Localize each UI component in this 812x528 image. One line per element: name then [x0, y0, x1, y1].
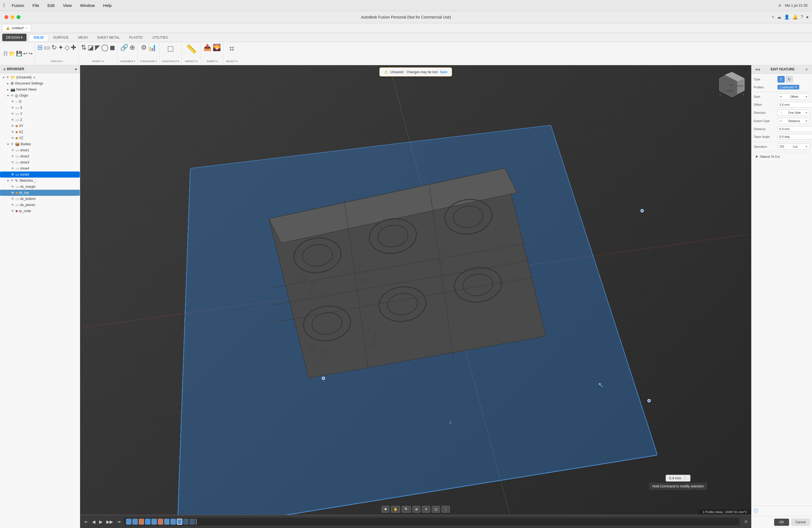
tree-item-ds-margin[interactable]: 👁 ▭ ds_margin	[0, 184, 80, 190]
save-button[interactable]: Save	[440, 70, 447, 74]
as-built-icon[interactable]: ⊕	[130, 44, 135, 52]
start-select[interactable]: ↭ Offset ▼	[778, 93, 810, 100]
joint-icon[interactable]: 🔗	[120, 44, 128, 52]
tab-sheet-metal[interactable]: SHEET METAL	[92, 34, 125, 41]
visibility-icon[interactable]: 👁	[11, 100, 14, 104]
timeline-next-btn[interactable]: ▶▶	[105, 518, 114, 526]
tl-marker-5[interactable]	[151, 518, 157, 525]
revolve-icon[interactable]: ↻	[52, 44, 57, 52]
visibility-icon[interactable]: 👁	[11, 209, 14, 213]
visibility-icon[interactable]: 👁	[11, 185, 14, 189]
redo-icon[interactable]: ↪	[28, 50, 33, 57]
display-btn[interactable]: 🖰	[422, 506, 430, 513]
account-icon[interactable]: 👤	[784, 14, 789, 19]
close-button[interactable]	[4, 15, 8, 19]
tab-utilities[interactable]: UTILITIES	[148, 34, 173, 41]
rib-icon[interactable]: ✚	[71, 44, 76, 52]
tree-item-yz[interactable]: 👁 ■ YZ	[0, 135, 80, 141]
dimension-indicator[interactable]: 0.4 mm ⋮	[666, 475, 691, 482]
insert-icon[interactable]: 📤	[203, 44, 212, 52]
tree-item-y[interactable]: 👁 ▭ Y	[0, 111, 80, 117]
tab-solid[interactable]: SOLID	[29, 34, 48, 41]
browser-collapse-icon[interactable]: ◀	[3, 67, 5, 71]
visibility-icon[interactable]: 👁	[6, 75, 10, 79]
viewcube[interactable]: TOP FRONT RIGHT Z Y	[718, 71, 746, 98]
visibility-icon[interactable]: 👁	[11, 136, 14, 140]
extrude-icon[interactable]: ▭	[44, 44, 50, 52]
dim-menu-icon[interactable]: ⋮	[683, 476, 687, 480]
press-pull-icon[interactable]: ⇅	[81, 44, 86, 52]
tree-item-shoe4[interactable]: 👁 ▭ shoe4	[0, 165, 80, 172]
menu-window[interactable]: Window	[78, 2, 97, 8]
visibility-icon[interactable]: 👁	[11, 130, 14, 134]
timeline-start-btn[interactable]: ⇤	[83, 518, 89, 526]
undo-icon[interactable]: ↩	[23, 50, 27, 57]
tl-marker-9[interactable]	[177, 518, 182, 525]
save-icon[interactable]: 💾	[16, 50, 22, 57]
add-tab-icon[interactable]: +	[772, 15, 774, 19]
tab-close-button[interactable]: ×	[26, 27, 27, 30]
menu-view[interactable]: View	[61, 2, 73, 8]
draft-icon[interactable]: ◼	[110, 44, 115, 52]
menu-help[interactable]: Help	[101, 2, 113, 8]
visibility-icon[interactable]: 👁	[11, 179, 14, 182]
tree-item-ds-top[interactable]: 👁 ■ ds_top	[0, 190, 80, 196]
menu-fusion[interactable]: Fusion	[10, 2, 26, 8]
shell-icon[interactable]: ◯	[101, 44, 108, 52]
visibility-icon[interactable]: 👁	[11, 203, 14, 207]
tl-marker-11[interactable]	[189, 518, 195, 525]
menu-file[interactable]: File	[31, 2, 41, 8]
visibility-icon[interactable]: 👁	[11, 160, 14, 164]
tl-marker-6[interactable]	[158, 518, 163, 525]
browser-settings-icon[interactable]: ●	[75, 67, 77, 71]
visibility-icon[interactable]: 👁	[11, 124, 14, 128]
tree-item-center[interactable]: 👁 ▭ center	[0, 172, 80, 178]
config-icon[interactable]: ⚙	[141, 44, 147, 52]
objects-to-cut[interactable]: Objects To Cut	[754, 154, 810, 159]
sweep-icon[interactable]: ✦	[58, 44, 63, 52]
tree-item-ds-bottom[interactable]: 👁 ▭ ds_bottom	[0, 196, 80, 202]
visibility-icon[interactable]: 👁	[11, 191, 14, 195]
visibility-icon[interactable]: 👁	[11, 106, 14, 109]
timeline-settings-btn[interactable]: ⚙	[744, 519, 748, 524]
decal-icon[interactable]: 🌄	[213, 44, 221, 52]
grid-btn[interactable]: ◫	[432, 506, 440, 513]
tree-item-sketches[interactable]: ▼ 👁 ✎ Sketches _	[0, 178, 80, 184]
selection-handle-3[interactable]	[322, 377, 325, 380]
tl-marker-4[interactable]	[145, 518, 150, 525]
tree-item-qr-code[interactable]: 👁 ■ qr_code	[0, 208, 80, 214]
tree-item-xz[interactable]: 👁 ■ XZ	[0, 129, 80, 135]
cloud-icon[interactable]: ☁	[777, 14, 781, 19]
folder-icon[interactable]: 📁	[9, 50, 15, 57]
plane-icon[interactable]: □	[168, 44, 173, 54]
tree-item-xy[interactable]: 👁 ■ XY	[0, 123, 80, 129]
taper-input[interactable]	[778, 134, 812, 140]
tl-marker-10[interactable]	[183, 518, 189, 525]
operation-select[interactable]: ⌨ Cut ▼	[778, 144, 810, 150]
tl-marker-3[interactable]	[139, 518, 144, 525]
maximize-button[interactable]	[17, 15, 20, 19]
minimize-button[interactable]	[11, 15, 14, 19]
visibility-icon[interactable]: 👁	[11, 93, 14, 98]
new-component-icon[interactable]: ⊞	[37, 44, 43, 52]
visibility-icon[interactable]: 👁	[11, 197, 14, 201]
tl-marker-1[interactable]	[126, 518, 131, 525]
tree-item-x[interactable]: 👁 ▭ X	[0, 105, 80, 111]
design-button[interactable]: DESIGN ▾	[2, 34, 27, 41]
tl-marker-8[interactable]	[170, 518, 176, 525]
revolve-type-btn[interactable]: ↻	[786, 76, 793, 83]
tree-item-origin[interactable]: ▼ 👁 ◎ Origin	[0, 92, 80, 99]
selection-handle-2[interactable]	[648, 399, 651, 402]
panel-expand-right[interactable]: ►	[806, 68, 809, 71]
timeline-play-btn[interactable]: ▶	[98, 518, 104, 526]
tl-marker-2[interactable]	[132, 518, 138, 525]
tab-surface[interactable]: SURFACE	[48, 34, 73, 41]
user-icon[interactable]: ●	[806, 15, 809, 19]
panel-expand-left[interactable]: ◀◀	[755, 68, 760, 71]
visibility-icon[interactable]: 👁	[11, 148, 14, 152]
profiles-badge[interactable]: 1 selected ✕	[778, 85, 799, 89]
measure-icon[interactable]: 📏	[186, 44, 197, 54]
menu-edit[interactable]: Edit	[46, 2, 56, 8]
tree-item-named-views[interactable]: ► 📷 Named Views	[0, 86, 80, 92]
tree-item-z[interactable]: 👁 ▭ Z	[0, 117, 80, 123]
